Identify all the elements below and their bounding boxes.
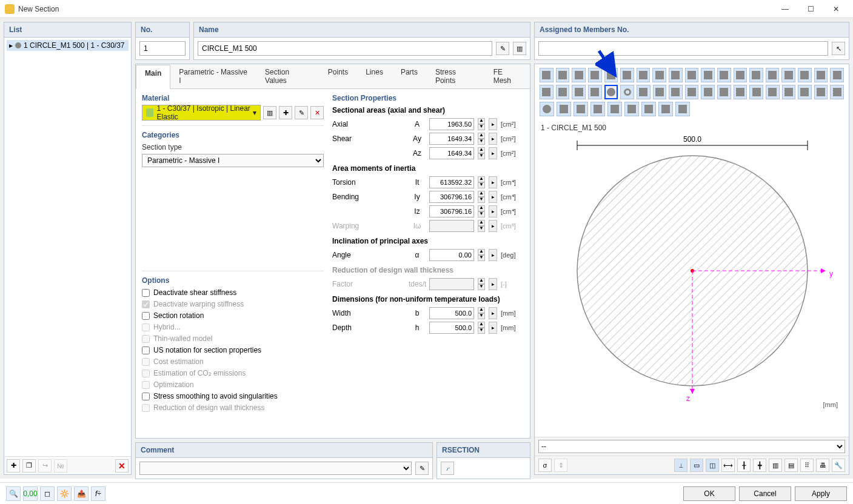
shape-button[interactable] — [814, 68, 828, 82]
prop-input[interactable] — [429, 176, 474, 188]
shape-button[interactable] — [620, 85, 634, 99]
rsection-icon[interactable]: 𝑟 — [441, 462, 454, 475]
spin-down-icon[interactable]: ▼ — [478, 197, 485, 203]
shape-button[interactable] — [540, 68, 554, 82]
name-input[interactable] — [198, 41, 492, 56]
view-axes-icon[interactable]: ⟂ — [674, 459, 687, 472]
spin-down-icon[interactable]: ▼ — [478, 211, 485, 217]
apply-button[interactable]: Apply — [795, 486, 847, 501]
shape-button[interactable] — [637, 85, 651, 99]
shape-button[interactable] — [652, 68, 666, 82]
shape-button[interactable] — [717, 68, 731, 82]
tab-points[interactable]: Points — [319, 64, 357, 88]
shape-button[interactable] — [557, 102, 571, 116]
view-grid-icon[interactable]: ▥ — [769, 459, 782, 472]
shape-circle-icon[interactable] — [604, 85, 618, 99]
shape-button[interactable] — [701, 85, 715, 99]
cancel-button[interactable]: Cancel — [739, 486, 791, 501]
shape-button[interactable] — [607, 102, 622, 116]
shape-button[interactable] — [749, 68, 763, 82]
tab-fe-mesh[interactable]: FE Mesh — [485, 64, 530, 88]
spin-down-icon[interactable]: ▼ — [478, 313, 485, 319]
prop-goto-icon[interactable]: ▸ — [489, 133, 497, 145]
assigned-input[interactable] — [538, 41, 828, 56]
shape-button[interactable] — [540, 85, 554, 99]
shape-button[interactable] — [814, 85, 828, 99]
shape-button[interactable] — [641, 102, 656, 116]
shape-button[interactable] — [782, 85, 796, 99]
view-points-icon[interactable]: ⠿ — [800, 459, 814, 472]
material-new-icon[interactable]: ✚ — [279, 106, 292, 119]
material-dropdown[interactable]: 1 - C30/37 | Isotropic | Linear Elastic … — [142, 105, 261, 121]
shape-button[interactable] — [624, 102, 639, 116]
close-button[interactable]: ✕ — [824, 1, 848, 18]
prop-goto-icon[interactable]: ▸ — [489, 118, 497, 130]
shape-button[interactable] — [658, 102, 673, 116]
tab-parametric-massive-i[interactable]: Parametric - Massive I — [170, 64, 256, 88]
view-fit-icon[interactable]: ▭ — [690, 459, 703, 472]
section-type-select[interactable]: Parametric - Massive I — [142, 154, 324, 167]
ok-button[interactable]: OK — [683, 486, 735, 501]
prop-input[interactable] — [429, 118, 474, 130]
shape-button[interactable] — [685, 85, 699, 99]
tab-stress-points[interactable]: Stress Points — [427, 64, 485, 88]
prop-goto-icon[interactable]: ▸ — [489, 205, 497, 217]
preview-view-select[interactable]: -- — [538, 440, 845, 453]
export-icon[interactable]: 📤 — [74, 486, 89, 501]
material-delete-icon[interactable]: ✕ — [310, 106, 324, 119]
shape-button[interactable] — [701, 68, 715, 82]
shape-button[interactable] — [717, 85, 731, 99]
shape-button[interactable] — [669, 68, 683, 82]
shape-button[interactable] — [781, 68, 795, 82]
view-values-icon[interactable]: ▤ — [784, 459, 798, 472]
shape-button[interactable] — [588, 85, 602, 99]
help-icon[interactable]: 🔍 — [6, 486, 21, 501]
render-icon[interactable]: ◻ — [40, 486, 55, 501]
tab-lines[interactable]: Lines — [357, 64, 392, 88]
shape-button[interactable] — [798, 85, 812, 99]
spin-down-icon[interactable]: ▼ — [478, 124, 485, 130]
prop-input[interactable] — [429, 133, 474, 145]
prop-input[interactable] — [429, 307, 474, 319]
shape-button[interactable] — [590, 102, 605, 116]
prop-input[interactable] — [429, 147, 474, 159]
prop-goto-icon[interactable]: ▸ — [489, 322, 497, 334]
view-principal-icon[interactable]: ╋ — [753, 459, 766, 472]
prop-input[interactable] — [429, 322, 474, 334]
show-icon[interactable]: 🔆 — [57, 486, 72, 501]
number-icon[interactable]: № — [54, 459, 67, 472]
comment-select[interactable] — [139, 462, 412, 475]
prop-goto-icon[interactable]: ▸ — [489, 191, 497, 203]
spin-down-icon[interactable]: ▼ — [478, 182, 485, 188]
option-checkbox[interactable] — [142, 346, 150, 354]
tab-parts[interactable]: Parts — [392, 64, 427, 88]
spin-down-icon[interactable]: ▼ — [478, 255, 485, 261]
shape-button[interactable] — [675, 102, 690, 116]
shape-button[interactable] — [620, 68, 634, 82]
edit-name-icon[interactable]: ✎ — [496, 42, 509, 55]
minimize-button[interactable]: — — [773, 1, 797, 18]
spin-down-icon[interactable]: ▼ — [478, 153, 485, 159]
shape-button[interactable] — [540, 102, 554, 116]
shape-button[interactable] — [766, 68, 780, 82]
prop-goto-icon[interactable]: ▸ — [489, 147, 497, 159]
shape-button[interactable] — [830, 68, 844, 82]
delete-icon[interactable]: ✕ — [115, 459, 129, 472]
tab-section-values[interactable]: Section Values — [256, 64, 319, 88]
comment-edit-icon[interactable]: ✎ — [415, 462, 429, 475]
shape-button[interactable] — [685, 68, 699, 82]
tab-main[interactable]: Main — [136, 65, 170, 89]
option-row[interactable]: Deactivate shear stiffness — [142, 288, 324, 297]
shape-button[interactable] — [653, 85, 667, 99]
option-row[interactable]: Section rotation — [142, 311, 324, 320]
spin-down-icon[interactable]: ▼ — [478, 328, 485, 334]
section-preview[interactable]: 500.0 y — [541, 134, 843, 401]
prop-input[interactable] — [429, 191, 474, 203]
view-center-icon[interactable]: ╂ — [737, 459, 751, 472]
shape-button[interactable] — [830, 85, 844, 99]
view-iso-icon[interactable]: ◫ — [706, 459, 719, 472]
settings-icon[interactable]: 🔧 — [832, 459, 845, 472]
spin-down-icon[interactable]: ▼ — [478, 139, 485, 145]
new-icon[interactable]: ✚ — [7, 459, 20, 472]
shape-button[interactable] — [637, 68, 651, 82]
